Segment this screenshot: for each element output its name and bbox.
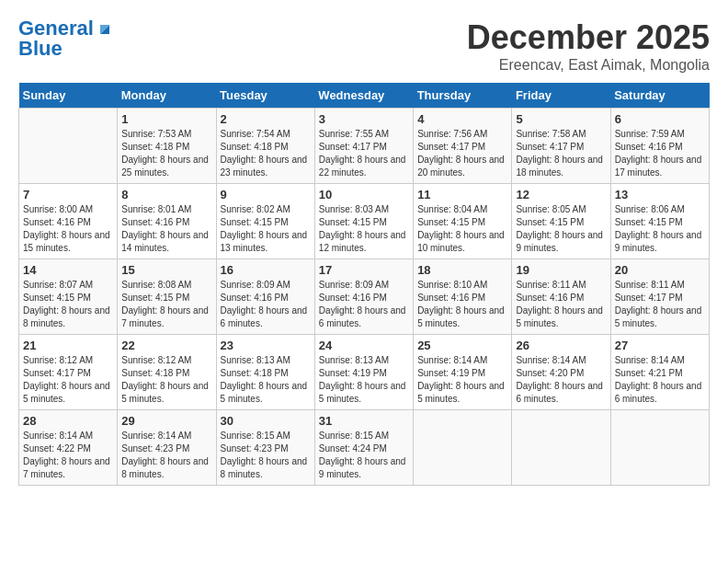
day-number: 27 xyxy=(615,339,705,352)
day-number: 20 xyxy=(615,263,705,277)
calendar-cell: 18Sunrise: 8:10 AMSunset: 4:16 PMDayligh… xyxy=(414,259,512,335)
page-subtitle: Ereencav, East Aimak, Mongolia xyxy=(467,57,710,74)
day-number: 14 xyxy=(23,263,113,277)
day-number: 3 xyxy=(319,112,409,126)
day-info: Sunrise: 8:13 AMSunset: 4:18 PMDaylight:… xyxy=(221,354,311,406)
day-info: Sunrise: 8:14 AMSunset: 4:19 PMDaylight:… xyxy=(417,354,507,406)
calendar-cell: 13Sunrise: 8:06 AMSunset: 4:15 PMDayligh… xyxy=(610,184,709,259)
calendar-cell: 26Sunrise: 8:14 AMSunset: 4:20 PMDayligh… xyxy=(512,335,610,410)
day-number: 2 xyxy=(221,112,311,126)
day-info: Sunrise: 7:56 AMSunset: 4:17 PMDaylight:… xyxy=(417,128,507,179)
day-number: 9 xyxy=(221,188,311,201)
calendar-cell: 3Sunrise: 7:55 AMSunset: 4:17 PMDaylight… xyxy=(314,109,413,184)
day-number: 8 xyxy=(121,188,211,201)
day-info: Sunrise: 8:15 AMSunset: 4:24 PMDaylight:… xyxy=(319,430,409,481)
calendar-cell: 16Sunrise: 8:09 AMSunset: 4:16 PMDayligh… xyxy=(216,259,314,335)
calendar-cell: 24Sunrise: 8:13 AMSunset: 4:19 PMDayligh… xyxy=(314,335,413,410)
logo: General Blue xyxy=(18,18,114,59)
calendar-cell: 29Sunrise: 8:14 AMSunset: 4:23 PMDayligh… xyxy=(118,410,216,486)
logo-icon xyxy=(96,17,114,36)
day-number: 13 xyxy=(615,188,705,201)
calendar-cell: 31Sunrise: 8:15 AMSunset: 4:24 PMDayligh… xyxy=(314,410,413,486)
day-info: Sunrise: 7:54 AMSunset: 4:18 PMDaylight:… xyxy=(221,128,311,179)
calendar-cell: 30Sunrise: 8:15 AMSunset: 4:23 PMDayligh… xyxy=(216,410,314,486)
weekday-header-monday: Monday xyxy=(118,83,216,109)
day-number: 10 xyxy=(319,188,409,201)
calendar-cell xyxy=(414,410,512,486)
day-info: Sunrise: 8:11 AMSunset: 4:16 PMDaylight:… xyxy=(516,279,606,330)
day-info: Sunrise: 8:11 AMSunset: 4:17 PMDaylight:… xyxy=(615,279,705,330)
calendar-cell: 27Sunrise: 8:14 AMSunset: 4:21 PMDayligh… xyxy=(610,335,709,410)
calendar-cell xyxy=(610,410,709,486)
day-info: Sunrise: 8:09 AMSunset: 4:16 PMDaylight:… xyxy=(221,279,311,330)
day-number: 29 xyxy=(121,414,211,428)
day-info: Sunrise: 8:00 AMSunset: 4:16 PMDaylight:… xyxy=(23,203,113,255)
day-info: Sunrise: 8:12 AMSunset: 4:18 PMDaylight:… xyxy=(121,354,211,406)
calendar-cell: 21Sunrise: 8:12 AMSunset: 4:17 PMDayligh… xyxy=(19,335,118,410)
day-info: Sunrise: 8:12 AMSunset: 4:17 PMDaylight:… xyxy=(23,354,113,406)
day-number: 12 xyxy=(516,188,606,201)
logo-blue: Blue xyxy=(18,37,63,60)
calendar-cell: 14Sunrise: 8:07 AMSunset: 4:15 PMDayligh… xyxy=(19,259,118,335)
day-info: Sunrise: 8:10 AMSunset: 4:16 PMDaylight:… xyxy=(417,279,507,330)
day-number: 15 xyxy=(121,263,211,277)
day-info: Sunrise: 8:14 AMSunset: 4:22 PMDaylight:… xyxy=(23,430,113,481)
day-number: 31 xyxy=(319,414,409,428)
day-number: 25 xyxy=(417,339,507,352)
day-number: 17 xyxy=(319,263,409,277)
calendar-table: SundayMondayTuesdayWednesdayThursdayFrid… xyxy=(18,83,710,486)
page-header: General Blue December 2025 Ereencav, Eas… xyxy=(18,18,710,74)
day-info: Sunrise: 8:08 AMSunset: 4:15 PMDaylight:… xyxy=(121,279,211,330)
calendar-cell: 25Sunrise: 8:14 AMSunset: 4:19 PMDayligh… xyxy=(414,335,512,410)
calendar-cell: 2Sunrise: 7:54 AMSunset: 4:18 PMDaylight… xyxy=(216,109,314,184)
day-number: 4 xyxy=(417,112,507,126)
calendar-cell: 7Sunrise: 8:00 AMSunset: 4:16 PMDaylight… xyxy=(19,184,118,259)
calendar-cell xyxy=(19,109,118,184)
day-info: Sunrise: 8:13 AMSunset: 4:19 PMDaylight:… xyxy=(319,354,409,406)
day-number: 7 xyxy=(23,188,113,201)
calendar-cell: 6Sunrise: 7:59 AMSunset: 4:16 PMDaylight… xyxy=(610,109,709,184)
weekday-header-friday: Friday xyxy=(512,83,610,109)
calendar-cell: 10Sunrise: 8:03 AMSunset: 4:15 PMDayligh… xyxy=(314,184,413,259)
day-info: Sunrise: 7:55 AMSunset: 4:17 PMDaylight:… xyxy=(319,128,409,179)
day-number: 30 xyxy=(221,414,311,428)
day-number: 6 xyxy=(615,112,705,126)
calendar-cell: 20Sunrise: 8:11 AMSunset: 4:17 PMDayligh… xyxy=(610,259,709,335)
day-number: 22 xyxy=(121,339,211,352)
calendar-header-row: SundayMondayTuesdayWednesdayThursdayFrid… xyxy=(19,83,710,109)
day-number: 1 xyxy=(121,112,211,126)
day-number: 28 xyxy=(23,414,113,428)
calendar-cell: 23Sunrise: 8:13 AMSunset: 4:18 PMDayligh… xyxy=(216,335,314,410)
day-number: 19 xyxy=(516,263,606,277)
calendar-cell: 22Sunrise: 8:12 AMSunset: 4:18 PMDayligh… xyxy=(118,335,216,410)
day-info: Sunrise: 8:07 AMSunset: 4:15 PMDaylight:… xyxy=(23,279,113,330)
calendar-week-1: 1Sunrise: 7:53 AMSunset: 4:18 PMDaylight… xyxy=(19,109,710,184)
calendar-cell: 11Sunrise: 8:04 AMSunset: 4:15 PMDayligh… xyxy=(414,184,512,259)
calendar-week-4: 21Sunrise: 8:12 AMSunset: 4:17 PMDayligh… xyxy=(19,335,710,410)
weekday-header-wednesday: Wednesday xyxy=(314,83,413,109)
day-number: 5 xyxy=(516,112,606,126)
day-info: Sunrise: 8:09 AMSunset: 4:16 PMDaylight:… xyxy=(319,279,409,330)
calendar-cell: 5Sunrise: 7:58 AMSunset: 4:17 PMDaylight… xyxy=(512,109,610,184)
day-number: 26 xyxy=(516,339,606,352)
day-info: Sunrise: 8:04 AMSunset: 4:15 PMDaylight:… xyxy=(417,203,507,255)
day-info: Sunrise: 7:53 AMSunset: 4:18 PMDaylight:… xyxy=(121,128,211,179)
day-info: Sunrise: 7:58 AMSunset: 4:17 PMDaylight:… xyxy=(516,128,606,179)
day-info: Sunrise: 8:14 AMSunset: 4:20 PMDaylight:… xyxy=(516,354,606,406)
day-info: Sunrise: 8:06 AMSunset: 4:15 PMDaylight:… xyxy=(615,203,705,255)
day-info: Sunrise: 8:14 AMSunset: 4:21 PMDaylight:… xyxy=(615,354,705,406)
day-info: Sunrise: 8:15 AMSunset: 4:23 PMDaylight:… xyxy=(221,430,311,481)
day-info: Sunrise: 8:03 AMSunset: 4:15 PMDaylight:… xyxy=(319,203,409,255)
calendar-week-5: 28Sunrise: 8:14 AMSunset: 4:22 PMDayligh… xyxy=(19,410,710,486)
calendar-cell: 28Sunrise: 8:14 AMSunset: 4:22 PMDayligh… xyxy=(19,410,118,486)
day-number: 24 xyxy=(319,339,409,352)
calendar-week-3: 14Sunrise: 8:07 AMSunset: 4:15 PMDayligh… xyxy=(19,259,710,335)
day-number: 21 xyxy=(23,339,113,352)
weekday-header-thursday: Thursday xyxy=(414,83,512,109)
day-info: Sunrise: 8:02 AMSunset: 4:15 PMDaylight:… xyxy=(221,203,311,255)
weekday-header-saturday: Saturday xyxy=(610,83,709,109)
weekday-header-tuesday: Tuesday xyxy=(216,83,314,109)
calendar-cell: 4Sunrise: 7:56 AMSunset: 4:17 PMDaylight… xyxy=(414,109,512,184)
title-block: December 2025 Ereencav, East Aimak, Mong… xyxy=(467,18,710,74)
day-number: 23 xyxy=(221,339,311,352)
